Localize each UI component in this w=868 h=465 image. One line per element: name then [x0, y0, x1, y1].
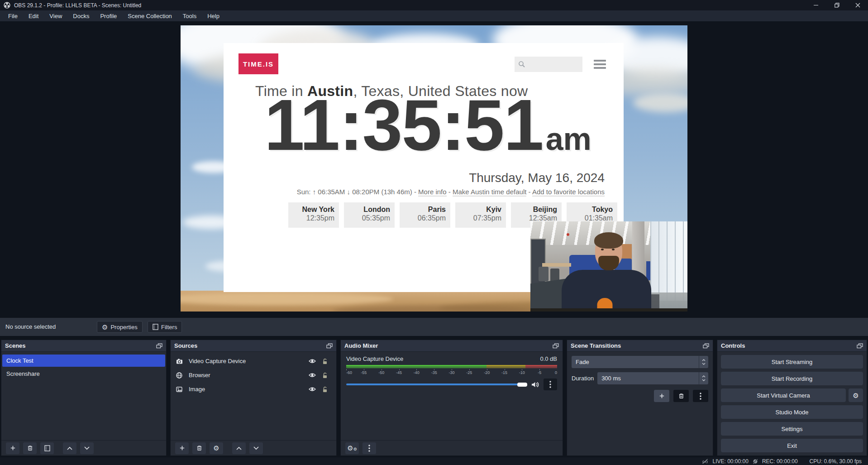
source-properties-button[interactable]: ⚙ [210, 442, 223, 454]
transition-current: Fade [572, 359, 699, 365]
audio-mixer-panel: Audio Mixer Video Capture Device 0.0 dB … [340, 340, 563, 456]
scenes-title: Scenes [5, 342, 26, 349]
image-icon [176, 387, 185, 392]
menu-tools[interactable]: Tools [177, 11, 202, 21]
gears-icon: ⚙⚙ [347, 445, 357, 451]
rec-timer: REC: 00:00:00 [762, 458, 798, 465]
lock-icon[interactable] [319, 386, 331, 393]
mixer-toolbar: ⚙⚙ [341, 440, 563, 455]
preview-workspace: TIME.IS Time in Austin, Texas, United St… [0, 21, 868, 318]
webcam-red-light [567, 233, 569, 236]
spinner-arrows-icon[interactable] [699, 372, 708, 384]
menu-file[interactable]: File [3, 11, 23, 21]
mixer-menu-kebab-button[interactable] [362, 442, 376, 454]
timeis-logo: TIME.IS [238, 53, 278, 74]
menu-scene-collection[interactable]: Scene Collection [122, 11, 177, 21]
transition-select[interactable]: Fade [572, 356, 708, 368]
menu-profile[interactable]: Profile [95, 11, 122, 21]
timeis-sun-info: Sun: ↑ 06:35AM ↓ 08:20PM (13h 46m) - Mor… [297, 188, 605, 196]
mixer-level-db: 0.0 dB [540, 355, 557, 362]
popout-icon[interactable] [857, 343, 863, 349]
make-default-link[interactable]: Make Austin time default [453, 188, 526, 197]
remove-scene-button[interactable] [23, 442, 37, 454]
sources-list: Video Capture Device Browser [171, 352, 336, 440]
popout-icon[interactable] [703, 343, 709, 349]
duration-spinbox[interactable]: 300 ms [597, 372, 708, 384]
add-favorite-link[interactable]: Add to favorite locations [532, 188, 605, 197]
menu-docks[interactable]: Docks [67, 11, 95, 21]
source-item-image[interactable]: Image [171, 383, 336, 396]
preview-canvas[interactable]: TIME.IS Time in Austin, Texas, United St… [181, 25, 687, 312]
popout-icon[interactable] [553, 343, 559, 349]
cpu-fps-stats: CPU: 0.6%, 30.00 fps [810, 458, 862, 465]
city-box-new-york[interactable]: New York 12:35pm [288, 202, 339, 228]
scene-item-clock-test[interactable]: Clock Test [2, 355, 165, 367]
studio-mode-button[interactable]: Studio Mode [721, 405, 863, 419]
controls-header: Controls [717, 340, 867, 352]
duration-label: Duration [572, 375, 594, 382]
live-timer: LIVE: 00:00:00 [712, 458, 748, 465]
timeis-search-box[interactable] [515, 57, 582, 72]
mixer-options-kebab-button[interactable] [544, 379, 557, 390]
settings-button[interactable]: Settings [721, 422, 863, 436]
menu-view[interactable]: View [44, 11, 67, 21]
move-scene-down-button[interactable] [80, 442, 94, 454]
scene-filters-button[interactable] [40, 442, 54, 454]
webcam-person-eye [612, 249, 615, 250]
meter-scale: -60 -55 -50 -45 -40 -35 -30 -25 -20 -15 … [346, 370, 557, 375]
select-arrows-icon[interactable] [699, 356, 708, 368]
remove-source-button[interactable] [192, 442, 206, 454]
volume-slider-handle[interactable] [517, 383, 527, 387]
close-button[interactable] [847, 0, 868, 10]
clock-time: 11:35:51 [264, 89, 543, 161]
sources-panel-header: Sources [171, 340, 336, 352]
city-box-paris[interactable]: Paris 06:35pm [400, 202, 450, 228]
obs-logo-icon [4, 2, 10, 9]
filters-button[interactable]: Filters [148, 321, 182, 333]
source-selection-status: No source selected [5, 323, 56, 330]
city-box-london[interactable]: London 05:35pm [344, 202, 395, 228]
restore-button[interactable] [826, 0, 847, 10]
add-scene-button[interactable] [6, 442, 19, 454]
scene-item-screenshare[interactable]: Screenshare [2, 368, 165, 380]
move-scene-up-button[interactable] [63, 442, 76, 454]
remove-transition-button[interactable] [673, 390, 689, 402]
properties-button[interactable]: ⚙ Properties [97, 321, 143, 333]
speaker-icon[interactable] [531, 382, 539, 388]
popout-icon[interactable] [326, 343, 333, 349]
transitions-title: Scene Transitions [571, 342, 621, 349]
exit-button[interactable]: Exit [721, 439, 863, 452]
volume-slider[interactable] [346, 384, 527, 385]
visibility-eye-icon[interactable] [305, 387, 319, 392]
scenes-panel-header: Scenes [1, 340, 166, 352]
source-item-browser[interactable]: Browser [171, 369, 336, 382]
menu-help[interactable]: Help [202, 11, 225, 21]
lock-icon[interactable] [319, 372, 331, 379]
popout-icon[interactable] [156, 343, 162, 349]
start-virtual-camera-button[interactable]: Start Virtual Camera [721, 388, 846, 402]
search-input[interactable] [528, 61, 578, 68]
visibility-eye-icon[interactable] [305, 359, 319, 364]
search-icon [518, 61, 525, 68]
move-source-down-button[interactable] [249, 442, 263, 454]
gear-icon: ⚙ [853, 392, 858, 399]
virtual-camera-settings-button[interactable]: ⚙ [849, 388, 863, 402]
lock-icon[interactable] [319, 358, 331, 364]
add-transition-button[interactable] [654, 390, 669, 402]
webcam-table [542, 263, 571, 267]
menu-bar: File Edit View Docks Profile Scene Colle… [0, 10, 868, 21]
more-info-link[interactable]: More info [418, 188, 447, 197]
start-streaming-button[interactable]: Start Streaming [721, 355, 863, 369]
audio-mixer-body: Video Capture Device 0.0 dB -60 -55 -50 … [341, 352, 563, 440]
move-source-up-button[interactable] [232, 442, 246, 454]
source-item-video-capture[interactable]: Video Capture Device [171, 355, 336, 368]
add-source-button[interactable] [175, 442, 189, 454]
transition-properties-kebab-button[interactable] [693, 390, 708, 402]
city-box-kyiv[interactable]: Kyiv 07:35pm [455, 202, 506, 228]
menu-edit[interactable]: Edit [23, 11, 44, 21]
minimize-button[interactable] [806, 0, 826, 10]
visibility-eye-icon[interactable] [305, 373, 319, 378]
advanced-audio-button[interactable]: ⚙⚙ [345, 442, 359, 454]
hamburger-menu-icon[interactable] [594, 60, 606, 69]
start-recording-button[interactable]: Start Recording [721, 372, 863, 385]
